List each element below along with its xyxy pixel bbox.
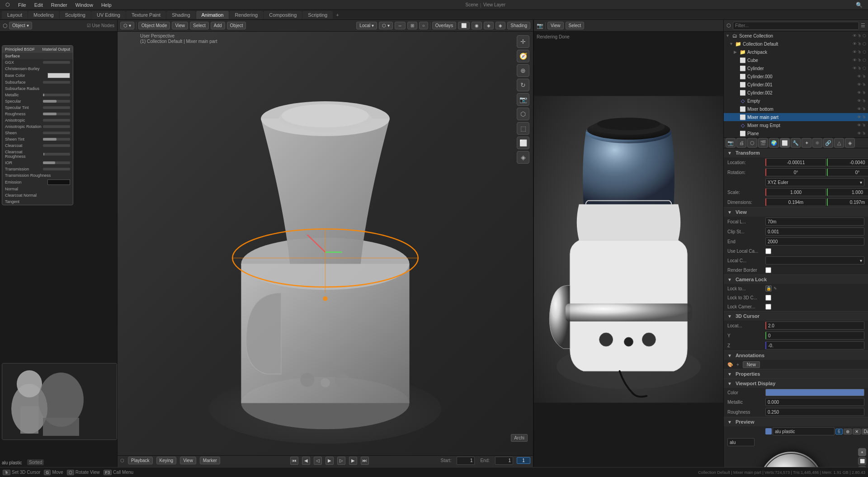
sphere-preview-btn[interactable]: ● xyxy=(858,448,866,456)
tab-rendering[interactable]: Rendering xyxy=(229,11,263,19)
shading-mode-1[interactable]: ⬜ xyxy=(458,22,470,29)
add-btn[interactable]: Add xyxy=(211,22,225,29)
jump-end-btn[interactable]: ⏭ xyxy=(361,457,369,465)
tab-layout[interactable]: Layout xyxy=(2,11,28,19)
physics-tab[interactable]: ⚛ xyxy=(812,138,822,148)
global-space-btn[interactable]: ⬡ ▾ xyxy=(379,22,393,29)
select-btn[interactable]: Select xyxy=(190,22,209,29)
lock-camera-check[interactable] xyxy=(765,304,771,310)
modifiers-tab[interactable]: 🔧 xyxy=(791,138,801,148)
display-metallic-input[interactable] xyxy=(765,398,864,406)
cursor-z-input[interactable] xyxy=(765,341,864,349)
scale-y[interactable] xyxy=(827,188,868,196)
tab-texture-paint[interactable]: Texture Paint xyxy=(126,11,166,19)
menu-edit[interactable]: Edit xyxy=(31,1,47,9)
lock-3d-cursor-check[interactable] xyxy=(765,295,771,301)
viewport-canvas[interactable]: User Perspective (1) Collection Default … xyxy=(118,32,533,455)
menu-window[interactable]: Window xyxy=(72,1,97,9)
add-workspace-tab[interactable]: + xyxy=(333,11,341,19)
transform-header[interactable]: ▼ Transform xyxy=(724,148,868,157)
search-icon[interactable]: 🔍 xyxy=(856,2,863,8)
current-frame-display[interactable]: 1 xyxy=(517,457,530,464)
object-dropdown[interactable]: Object ▾ xyxy=(9,22,32,29)
next-keyframe-btn[interactable]: ▷ xyxy=(337,457,345,465)
emission-swatch[interactable] xyxy=(47,179,70,185)
end-frame-input[interactable] xyxy=(495,457,513,465)
tab-animation[interactable]: Animation xyxy=(196,11,229,19)
base-color-swatch[interactable] xyxy=(47,73,70,78)
tab-sculpting[interactable]: Sculpting xyxy=(60,11,91,19)
outliner-filter-icon[interactable]: ☰ xyxy=(861,23,865,28)
scene-props-tab[interactable]: 🎬 xyxy=(758,138,768,148)
flat-preview-btn[interactable]: ⬜ xyxy=(858,457,866,465)
marker-btn[interactable]: Marker xyxy=(200,457,220,464)
rotation-y[interactable] xyxy=(827,168,868,176)
outliner-scene-collection[interactable]: ▼ 🗂 Scene Collection 👁 🖱 ⬡ xyxy=(724,32,868,40)
tab-uv-editing[interactable]: UV Editing xyxy=(91,11,126,19)
shading-mode-4[interactable]: ◈ xyxy=(495,22,505,29)
render-border-check[interactable] xyxy=(765,267,771,273)
outliner-collection-default[interactable]: ▼ 📁 Collection Default 👁 🖱 ⬡ xyxy=(724,40,868,48)
view-timeline-btn[interactable]: View xyxy=(180,457,196,464)
outliner-cylinder[interactable]: ⬜ Cylinder 👁 🖱 ⬡ xyxy=(724,64,868,72)
tab-shading[interactable]: Shading xyxy=(166,11,195,19)
start-frame-input[interactable] xyxy=(457,457,475,465)
use-nodes-toggle[interactable]: ☑ Use Nodes xyxy=(87,23,114,28)
zoom-gizmo[interactable]: ⊕ xyxy=(517,64,529,77)
preview-header[interactable]: ▼ Preview xyxy=(724,417,868,426)
outliner-archipack[interactable]: ▶ 📁 Archipack 👁 🖱 ⬡ xyxy=(724,48,868,56)
object-btn[interactable]: Object xyxy=(227,22,246,29)
outliner-search[interactable] xyxy=(733,22,859,30)
annotations-color-btn[interactable]: 🎨 xyxy=(727,362,733,367)
solid-gizmo[interactable]: ⬜ xyxy=(517,137,529,149)
play-btn[interactable]: ▶ xyxy=(326,457,334,465)
shading-mode-3[interactable]: ◈ xyxy=(484,22,494,29)
playback-btn[interactable]: Playback xyxy=(128,457,153,464)
object-props-tab[interactable]: ⬜ xyxy=(780,138,790,148)
menu-render[interactable]: Render xyxy=(47,1,71,9)
wireframe-gizmo[interactable]: ⬚ xyxy=(517,122,529,135)
annotations-new-btn[interactable]: New xyxy=(743,361,760,368)
display-roughness-input[interactable] xyxy=(765,408,864,416)
shading-dropdown[interactable]: Shading xyxy=(507,22,530,29)
viewport-display-header[interactable]: ▼ Viewport Display xyxy=(724,379,868,388)
next-frame-btn[interactable]: ▶ xyxy=(349,457,357,465)
use-local-camera-check[interactable] xyxy=(765,248,771,254)
prev-keyframe-btn[interactable]: ◁ xyxy=(314,457,322,465)
navigate-gizmo[interactable]: 🧭 xyxy=(517,50,529,62)
render-gizmo[interactable]: ⬡ xyxy=(517,108,529,120)
material-del-btn[interactable]: ✕ xyxy=(853,429,861,434)
camera-gizmo[interactable]: 📷 xyxy=(517,93,529,106)
location-x[interactable] xyxy=(765,158,826,166)
material-count-btn[interactable]: 6 xyxy=(835,429,843,434)
annotations-header[interactable]: ▼ Annotations xyxy=(724,351,868,360)
render-view-btn[interactable]: View xyxy=(547,22,564,29)
object-mode-btn[interactable]: Object Mode xyxy=(138,22,170,29)
dim-y[interactable] xyxy=(827,198,868,206)
local-camera-dropdown[interactable]: ▾ xyxy=(765,256,864,264)
outliner-empty[interactable]: ◇ Empty 👁 🖱 xyxy=(724,97,868,105)
cursor-y-input[interactable] xyxy=(765,331,864,340)
snap-btn[interactable]: ⊞ xyxy=(407,22,417,29)
outliner-cylinder-002[interactable]: ⬜ Cylinder.002 👁 🖱 xyxy=(724,89,868,97)
dim-x[interactable] xyxy=(765,198,826,206)
tab-modeling[interactable]: Modeling xyxy=(28,11,59,19)
particles-tab[interactable]: ✦ xyxy=(802,138,811,148)
rotation-mode-dropdown[interactable]: XYZ Euler ▾ xyxy=(765,178,864,186)
local-space-btn[interactable]: Local ▾ xyxy=(356,22,377,29)
material-data-btn[interactable]: Data xyxy=(862,429,868,434)
outliner-cylinder-001[interactable]: ⬜ Cylinder.001 👁 🖱 xyxy=(724,80,868,89)
tab-compositing[interactable]: Compositing xyxy=(264,11,302,19)
outliner-cube[interactable]: ⬜ Cube 👁 🖱 ⬡ xyxy=(724,56,868,64)
clip-start-input[interactable] xyxy=(765,227,864,236)
prop-header[interactable]: ▼ Properties xyxy=(724,369,868,378)
world-props-tab[interactable]: 🌍 xyxy=(769,138,779,148)
proportional-btn[interactable]: ○ xyxy=(419,22,428,29)
shading-mode-2[interactable]: ◉ xyxy=(472,22,482,29)
material-name-input[interactable] xyxy=(773,427,835,435)
output-props-tab[interactable]: 🖨 xyxy=(736,138,746,148)
menu-file[interactable]: File xyxy=(14,1,30,9)
view-header[interactable]: ▼ View xyxy=(724,208,868,217)
cursor-gizmo[interactable]: ✛ xyxy=(517,35,529,48)
outliner-plane[interactable]: ⬜ Plane 👁 🖱 xyxy=(724,129,868,137)
